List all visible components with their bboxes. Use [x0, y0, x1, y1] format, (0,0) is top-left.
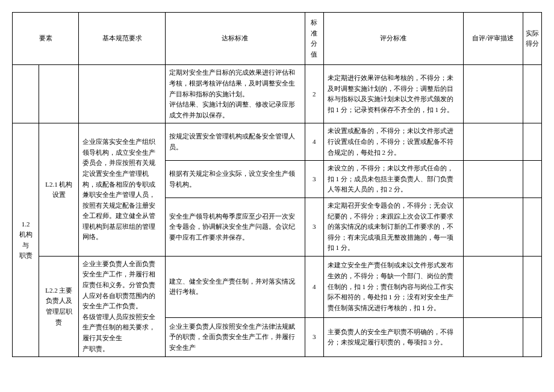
- cell-section-sub1: L2.1 机构设置: [39, 123, 79, 257]
- cell-dabiao: 定期对安全生产目标的完成效果进行评估和考核，根据考核评估结果，及时调整安全生产目…: [165, 65, 305, 123]
- cell-pingfen: 未定期召开安全专题会的，不得分；无会议纪要的，不得分；未跟踪上次会议工作要求的落…: [323, 198, 463, 256]
- cell-dabiao: 企业主要负责人应按照安全生产法律法规赋予的职责，全面负责安全生产工作，并履行安全…: [165, 318, 305, 357]
- cell-ziping: [463, 198, 523, 256]
- cell-score: 3: [305, 198, 323, 256]
- cell-ziping: [463, 256, 523, 317]
- cell-shiji: [523, 256, 542, 317]
- cell-section-sub2: L2.2 主要负责人及管理层职责: [39, 256, 79, 356]
- header-biaozhun-fenzhi: 标准分值: [305, 13, 323, 65]
- cell-pingfen: 未设立的，不得分；未以文件形式任命的，扣 1 分；成员未包括主要负责人、部门负责…: [323, 161, 463, 198]
- cell-score: 4: [305, 123, 323, 161]
- cell-blank: [79, 65, 166, 123]
- header-pingfen: 评分标准: [323, 13, 463, 65]
- cell-jiben-sub2: 企业主要负责人全面负责安全生产工作，并履行相应责任和义务。分管负责人应对各自职责…: [79, 256, 166, 356]
- header-jiben: 基本规范要求: [79, 13, 166, 65]
- cell-score: 3: [305, 318, 323, 357]
- cell-blank: [39, 65, 79, 123]
- cell-ziping: [463, 161, 523, 198]
- cell-dabiao: 安全生产领导机构每季度应至少召开一次安全专题会，协调解决安全生产问题。会议纪要中…: [165, 198, 305, 256]
- cell-shiji: [523, 198, 542, 256]
- standards-table: 要素 基本规范要求 达标标准 标准分值 评分标准 自评/评审描述 实际得分 定期…: [12, 12, 542, 357]
- cell-score: 3: [305, 161, 323, 198]
- cell-dabiao: 建立、健全安全生产责任制，并对落实情况进行考核。: [165, 256, 305, 317]
- header-yaosu: 要素: [13, 13, 79, 65]
- cell-ziping: [463, 123, 523, 161]
- cell-ziping: [463, 65, 523, 123]
- cell-blank: [13, 65, 39, 123]
- cell-ziping: [463, 318, 523, 357]
- cell-shiji: [523, 161, 542, 198]
- cell-shiji: [523, 65, 542, 123]
- header-shiji: 实际得分: [523, 13, 542, 65]
- cell-pingfen: 主要负责人的安全生产职责不明确的，不得分；未按规定履行职责的，每项扣 3 分。: [323, 318, 463, 357]
- cell-score: 4: [305, 256, 323, 317]
- header-dabiao: 达标标准: [165, 13, 305, 65]
- cell-dabiao: 根据有关规定和企业实际，设立安全生产领导机构。: [165, 161, 305, 198]
- cell-shiji: [523, 123, 542, 161]
- header-ziping: 自评/评审描述: [463, 13, 523, 65]
- cell-shiji: [523, 318, 542, 357]
- cell-pingfen: 未设置或配备的，不得分；未以文件形式进行设置或任命的，不得分；设置或配备不符合规…: [323, 123, 463, 161]
- cell-dabiao: 按规定设置安全管理机构或配备安全管理人员。: [165, 123, 305, 161]
- cell-pingfen: 未定期进行效果评估和考核的，不得分；未及时调整实施计划的，不得分；调整后的目标与…: [323, 65, 463, 123]
- cell-score: 2: [305, 65, 323, 123]
- cell-section-main: 1.2机构与职责: [13, 123, 39, 357]
- cell-pingfen: 未建立安全生产责任制或未以文件形式发布生效的，不得分；每缺一个部门、岗位的责任制…: [323, 256, 463, 317]
- cell-jiben-sub1: 企业应落实安全生产组织领导机构，成立安全生产委员会，并应按照有关规定设置安全生产…: [79, 123, 166, 257]
